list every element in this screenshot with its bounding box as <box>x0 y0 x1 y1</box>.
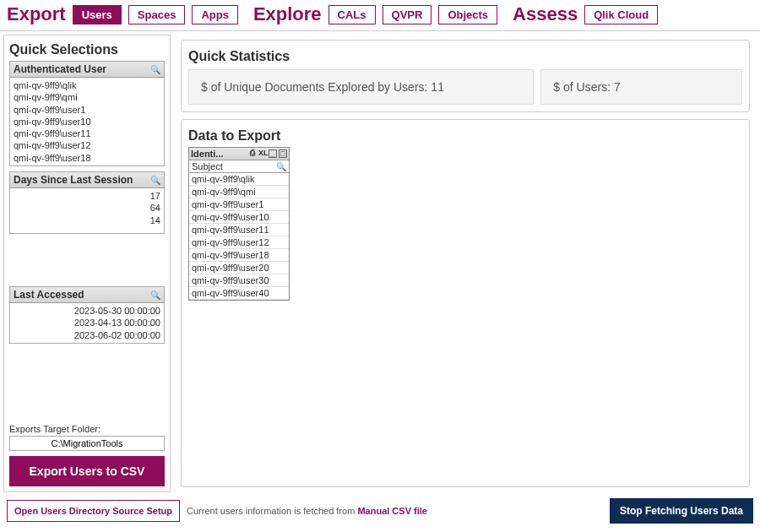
nav-group-assess: Assess Qlik Cloud <box>513 3 658 25</box>
listbox-last-accessed[interactable]: Last Accessed 🔍 2023-05-30 00:00:002023-… <box>9 286 165 344</box>
list-item[interactable]: qmi-qv-9ff9\user11 <box>189 224 289 236</box>
tab-qvpr[interactable]: QVPR <box>383 5 432 24</box>
list-item[interactable]: qmi-qv-9ff9\user10 <box>14 116 160 128</box>
list-item[interactable]: qmi-qv-9ff9\user30 <box>189 274 289 287</box>
list-item[interactable]: qmi-qv-9ff9\user20 <box>189 262 289 274</box>
stop-fetching-button[interactable]: Stop Fetching Users Data <box>610 498 753 524</box>
tab-objects[interactable]: Objects <box>438 5 497 24</box>
fetch-info-text: Current users information is fetched fro… <box>187 506 427 516</box>
list-item[interactable]: 2023-05-30 00:00:00 <box>14 305 160 317</box>
list-item[interactable]: qmi-qv-9ff9\user11 <box>14 128 160 139</box>
list-item[interactable]: qmi-qv-9ff9\qmi <box>14 91 160 103</box>
tab-spaces[interactable]: Spaces <box>128 5 186 24</box>
listbox-auth-user[interactable]: Authenticated User 🔍 qmi-qv-9ff9\qlikqmi… <box>9 61 165 166</box>
list-item[interactable]: 17 <box>14 190 160 202</box>
list-item[interactable]: 64 <box>14 202 160 214</box>
print-icon[interactable]: ⎙ <box>248 149 257 158</box>
list-item[interactable]: qmi-qv-9ff9\user10 <box>189 211 289 224</box>
tab-qlikcloud[interactable]: Qlik Cloud <box>584 5 658 24</box>
list-item[interactable]: qmi-qv-9ff9\user18 <box>14 152 160 164</box>
nav-title-assess: Assess <box>513 3 578 25</box>
data-to-export-panel: Data to Export Identi... ⎙ XL _ □ Subjec… <box>181 119 750 487</box>
stat-unique-docs: $ of Unique Documents Explored by Users:… <box>188 69 534 105</box>
nav-title-export: Export <box>7 3 66 25</box>
quick-selections-title: Quick Selections <box>9 42 165 57</box>
list-item[interactable]: qmi-qv-9ff9\qlik <box>189 173 289 186</box>
quick-statistics-panel: Quick Statistics $ of Unique Documents E… <box>181 40 750 112</box>
listbox-header: Last Accessed <box>14 289 84 301</box>
column-header-subject[interactable]: Subject <box>192 161 223 171</box>
search-icon[interactable]: 🔍 <box>276 162 286 171</box>
list-item[interactable]: 2023-06-02 00:00:00 <box>14 329 160 341</box>
listbox-header: Days Since Last Session <box>14 174 133 186</box>
list-item[interactable]: qmi-qv-9ff9\user40 <box>189 287 289 300</box>
list-item[interactable]: qmi-qv-9ff9\user1 <box>189 198 289 211</box>
minimize-icon[interactable]: _ <box>269 149 277 158</box>
data-to-export-title: Data to Export <box>188 128 742 144</box>
list-item[interactable]: qmi-qv-9ff9\qmi <box>189 186 289 198</box>
excel-icon[interactable]: XL <box>258 149 267 158</box>
list-item[interactable]: qmi-qv-9ff9\user12 <box>189 236 289 249</box>
exports-target-label: Exports Target Folder: <box>9 424 165 434</box>
tab-users[interactable]: Users <box>73 5 122 24</box>
top-nav: Export Users Spaces Apps Explore CALs QV… <box>0 0 760 31</box>
search-icon[interactable]: 🔍 <box>150 65 160 74</box>
stat-users: $ of Users: 7 <box>540 69 742 105</box>
export-users-button[interactable]: Export Users to CSV <box>9 456 165 486</box>
nav-title-explore: Explore <box>253 3 322 25</box>
tab-cals[interactable]: CALs <box>328 5 376 24</box>
nav-group-export: Export Users Spaces Apps <box>7 3 238 25</box>
bottom-bar: Open Users Directory Source Setup Curren… <box>0 496 760 526</box>
quick-statistics-title: Quick Statistics <box>188 49 742 64</box>
search-icon[interactable]: 🔍 <box>150 290 160 300</box>
nav-group-explore: Explore CALs QVPR Objects <box>253 3 497 25</box>
list-item[interactable]: qmi-qv-9ff9\qlik <box>14 79 160 91</box>
quick-selections-panel: Quick Selections Authenticated User 🔍 qm… <box>3 35 171 492</box>
tablebox-identities[interactable]: Identi... ⎙ XL _ □ Subject 🔍 qmi-qv-9ff9… <box>188 147 290 301</box>
list-item[interactable]: qmi-qv-9ff9\user1 <box>14 104 160 116</box>
open-users-directory-setup-button[interactable]: Open Users Directory Source Setup <box>7 500 180 522</box>
tab-apps[interactable]: Apps <box>192 5 238 24</box>
listbox-header: Authenticated User <box>14 63 106 75</box>
search-icon[interactable]: 🔍 <box>150 176 160 185</box>
exports-target-input[interactable] <box>9 436 165 451</box>
tablebox-title: Identi... <box>191 149 248 159</box>
list-item[interactable]: qmi-qv-9ff9\user12 <box>14 139 160 151</box>
listbox-days[interactable]: Days Since Last Session 🔍 176414 <box>9 171 165 234</box>
maximize-icon[interactable]: □ <box>279 149 287 158</box>
list-item[interactable]: 14 <box>14 214 160 226</box>
list-item[interactable]: qmi-qv-9ff9\user18 <box>189 249 289 262</box>
list-item[interactable]: 2023-04-13 00:00:00 <box>14 317 160 328</box>
